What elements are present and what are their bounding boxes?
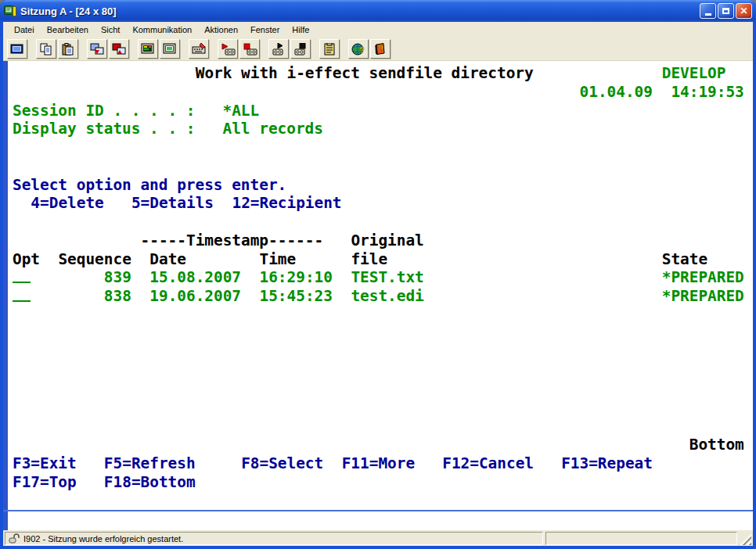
- help-book-button[interactable]: ?: [370, 39, 391, 59]
- screen-text: 839: [104, 268, 131, 287]
- terminal-right-border: [3, 61, 8, 530]
- copy-button[interactable]: [36, 39, 56, 59]
- menu-item-bearbeiten[interactable]: Bearbeiten: [41, 23, 95, 36]
- screen-text: F8=Select: [241, 454, 323, 473]
- screen-text: F13=Repeat: [561, 454, 653, 473]
- screen-text: Date: [149, 250, 186, 269]
- menu-item-hilfe[interactable]: Hilfe: [286, 23, 315, 36]
- screen-text: Opt: [13, 250, 40, 269]
- color-setup-icon: [163, 43, 177, 56]
- close-icon: ✕: [740, 6, 747, 16]
- clipboard-pad-button[interactable]: [319, 39, 340, 59]
- menu-item-kommunikation[interactable]: Kommunikation: [126, 23, 198, 36]
- display-setup-icon: [141, 43, 155, 56]
- screen-text: F3=Exit: [13, 454, 77, 473]
- oia-separator-line: [3, 510, 753, 511]
- opt-input-field[interactable]: [13, 287, 31, 302]
- screen-text: Time: [260, 250, 297, 269]
- screen-text: Display status . . : All records: [13, 120, 323, 138]
- svg-text:?: ?: [359, 45, 365, 55]
- screen-text: Session ID . . . . : *ALL: [13, 102, 259, 120]
- screen-text: 14:19:53: [671, 83, 743, 102]
- maximize-icon: [722, 8, 729, 14]
- play-macro-button[interactable]: [268, 39, 289, 59]
- svg-text:?: ?: [379, 45, 383, 53]
- paste-icon: [61, 43, 75, 56]
- menu-item-aktionen[interactable]: Aktionen: [198, 23, 244, 36]
- screen-text: Bottom: [689, 436, 744, 454]
- screen-text: F12=Cancel: [442, 454, 534, 473]
- screen-text: Sequence: [58, 250, 131, 269]
- screen-text: *PREPARED: [662, 268, 744, 287]
- minimize-icon: [705, 13, 711, 16]
- menu-item-fenster[interactable]: Fenster: [244, 23, 286, 36]
- minimize-button[interactable]: [700, 3, 716, 19]
- stop-macro-button[interactable]: [290, 39, 311, 59]
- app-icon: [4, 5, 17, 17]
- color-setup-button[interactable]: [160, 39, 180, 59]
- stop-macro-icon: [293, 43, 308, 56]
- menu-item-datei[interactable]: Datei: [8, 23, 41, 36]
- statusbar-secondary-panel: [545, 532, 737, 545]
- record-macro-start-button[interactable]: [218, 39, 238, 59]
- screen-text: F5=Refresh: [104, 454, 196, 473]
- opt-input-field[interactable]: [13, 268, 31, 283]
- statusbar-message-panel: I902 - Sitzung wurde erfolgreich gestart…: [5, 532, 543, 545]
- screen-text: -----Timestamp------: [141, 231, 323, 250]
- maximize-button[interactable]: [718, 3, 734, 19]
- connection-icon: [9, 533, 20, 544]
- screen-text: 19.06.2007: [149, 287, 241, 306]
- terminal-screen[interactable]: Work with i-effect sendfile directoryDEV…: [3, 61, 753, 530]
- menubar: DateiBearbeitenSichtKommunikationAktione…: [3, 22, 753, 38]
- screen-text: Work with i-effect sendfile directory: [196, 64, 534, 83]
- screen-text: F17=Top: [13, 473, 77, 492]
- screen-text: TEST.txt: [351, 268, 423, 287]
- toolbar: ? ?: [3, 38, 753, 61]
- screen-text: Original: [351, 231, 423, 250]
- screen-text: 838: [104, 287, 131, 306]
- screen-text: F11=More: [342, 454, 415, 473]
- screen-text: 5=Details: [131, 194, 214, 213]
- screen-text: F18=Bottom: [104, 473, 196, 492]
- close-button[interactable]: ✕: [736, 3, 752, 19]
- menu-item-sicht[interactable]: Sicht: [95, 23, 126, 36]
- clipboard-pad-icon: [323, 43, 336, 56]
- app-window: Sitzung A - [24 x 80] ✕ DateiBearbeitenS…: [0, 0, 756, 549]
- screen-text: DEVELOP: [662, 64, 726, 83]
- screen-text: Select option and press enter.: [13, 176, 286, 195]
- screen-text: 01.04.09: [580, 83, 653, 102]
- screen-text: test.edi: [351, 287, 423, 306]
- screen-text: 15:45:23: [260, 287, 333, 306]
- send-file-button[interactable]: [87, 39, 107, 59]
- receive-file-button[interactable]: [109, 39, 129, 59]
- record-macro-stop-button[interactable]: [239, 39, 260, 59]
- screen-text: 12=Recipient: [232, 194, 341, 213]
- resize-grip[interactable]: [740, 532, 751, 545]
- send-file-icon: [90, 43, 104, 56]
- web-globe-help-icon: ?: [351, 43, 365, 56]
- screen-text: State: [662, 250, 707, 269]
- screen-text: 15.08.2007: [149, 268, 241, 287]
- paste-button[interactable]: [58, 39, 78, 59]
- session-window-icon: [10, 43, 24, 56]
- titlebar[interactable]: Sitzung A - [24 x 80] ✕: [0, 0, 756, 22]
- window-title: Sitzung A - [24 x 80]: [20, 5, 700, 17]
- screen-text: *PREPARED: [662, 287, 744, 306]
- copy-icon: [39, 43, 53, 56]
- help-book-icon: ?: [374, 43, 387, 56]
- screen-text: file: [351, 250, 387, 269]
- statusbar-message: I902 - Sitzung wurde erfolgreich gestart…: [23, 534, 183, 544]
- display-setup-button[interactable]: [138, 39, 158, 59]
- session-window-button[interactable]: [7, 39, 27, 59]
- keyboard-setup-button[interactable]: [189, 39, 209, 59]
- record-macro-start-icon: [221, 43, 236, 56]
- screen-text: 16:29:10: [260, 268, 333, 287]
- statusbar: I902 - Sitzung wurde erfolgreich gestart…: [3, 530, 753, 546]
- web-globe-help-button[interactable]: ?: [348, 39, 369, 59]
- play-macro-icon: [272, 43, 286, 56]
- receive-file-icon: [112, 43, 126, 56]
- screen-text: 4=Delete: [31, 194, 103, 213]
- record-macro-stop-icon: [243, 43, 257, 56]
- keyboard-setup-icon: [192, 43, 207, 56]
